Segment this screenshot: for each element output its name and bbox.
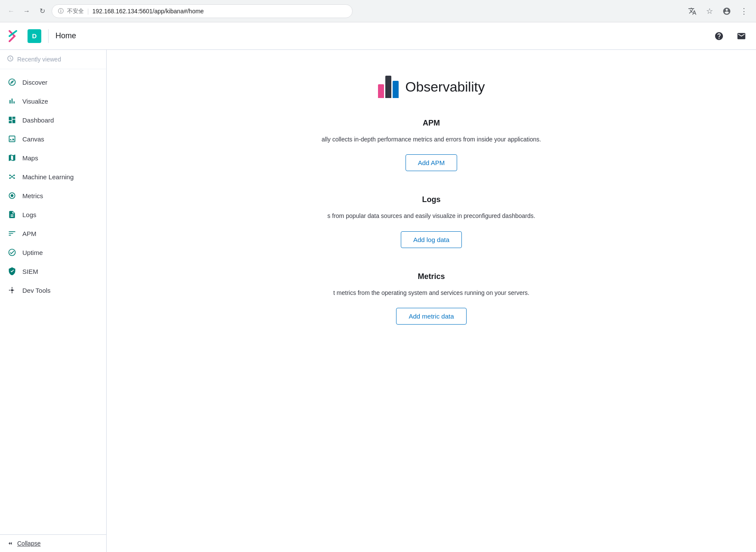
sidebar-item-dev-tools-label: Dev Tools: [22, 287, 51, 294]
obs-header: Observability: [281, 76, 582, 98]
svg-line-5: [11, 175, 12, 177]
collapse-button[interactable]: Collapse: [7, 540, 40, 547]
compass-icon: [7, 77, 17, 87]
metrics-description: t metrics from the operating system and …: [281, 288, 582, 297]
insecure-icon: ⓘ: [58, 7, 64, 15]
metrics-title: Metrics: [281, 272, 582, 281]
obs-bar-1: [378, 84, 384, 98]
topbar: D Home: [0, 22, 756, 50]
profile-button[interactable]: [720, 4, 734, 18]
app-container: D Home Recently viewed: [0, 22, 756, 552]
address-bar[interactable]: ⓘ 不安全 | 192.168.162.134:5601/app/kibana#…: [52, 4, 353, 18]
svg-point-4: [13, 178, 15, 179]
svg-point-1: [9, 175, 10, 176]
svg-point-0: [11, 176, 12, 177]
obs-bars-icon: [378, 76, 399, 98]
kibana-logo: [7, 29, 21, 43]
topbar-divider: [48, 29, 49, 43]
content-area: Observability APM ally collects in-depth…: [107, 50, 756, 552]
sidebar-item-dashboard[interactable]: Dashboard: [0, 110, 106, 129]
apm-card: APM ally collects in-depth performance m…: [281, 119, 582, 171]
logs-description: s from popular data sources and easily v…: [281, 211, 582, 221]
add-apm-button[interactable]: Add APM: [406, 154, 458, 171]
logs-title: Logs: [281, 195, 582, 204]
clock-icon: [7, 55, 14, 64]
sidebar-item-canvas-label: Canvas: [22, 135, 44, 143]
sidebar-item-siem-label: SIEM: [22, 268, 38, 275]
apm-title: APM: [281, 119, 582, 128]
sidebar-item-uptime[interactable]: Uptime: [0, 243, 106, 262]
url-text: 192.168.162.134:5601/app/kibana#/home: [92, 8, 204, 15]
kibana-icon: [7, 29, 21, 43]
user-avatar[interactable]: D: [28, 29, 41, 43]
metrics-btn-wrap: Add metric data: [281, 308, 582, 325]
svg-point-2: [13, 175, 15, 176]
insecure-label: 不安全: [67, 7, 84, 15]
browser-actions: ☆ ⋮: [685, 4, 751, 18]
sidebar: Recently viewed Discover Visualize: [0, 50, 107, 552]
sidebar-item-logs[interactable]: Logs: [0, 205, 106, 224]
sidebar-footer: Collapse: [0, 534, 106, 552]
sidebar-item-apm-label: APM: [22, 230, 37, 237]
apm-btn-wrap: Add APM: [281, 154, 582, 171]
sidebar-item-visualize-label: Visualize: [22, 98, 48, 105]
sidebar-item-uptime-label: Uptime: [22, 249, 43, 256]
translate-button[interactable]: [685, 4, 699, 18]
bookmark-button[interactable]: ☆: [703, 4, 716, 18]
topbar-right: [711, 28, 749, 44]
logs-btn-wrap: Add log data: [281, 231, 582, 248]
sidebar-item-dev-tools[interactable]: Dev Tools: [0, 281, 106, 300]
obs-bar-3: [393, 81, 399, 98]
map-icon: [7, 153, 17, 163]
svg-line-7: [11, 177, 12, 178]
recently-viewed-section: Recently viewed: [0, 50, 106, 69]
obs-logo: [378, 76, 399, 98]
sidebar-item-machine-learning[interactable]: Machine Learning: [0, 167, 106, 186]
canvas-icon: [7, 134, 17, 144]
back-button[interactable]: ←: [5, 5, 17, 17]
sidebar-item-siem[interactable]: SIEM: [0, 262, 106, 281]
menu-button[interactable]: ⋮: [737, 4, 751, 18]
sidebar-item-apm[interactable]: APM: [0, 224, 106, 243]
svg-line-6: [13, 175, 14, 177]
dev-tools-icon: [7, 285, 17, 295]
collapse-label: Collapse: [17, 540, 40, 547]
dashboard-icon: [7, 115, 17, 125]
bar-chart-icon: [7, 96, 17, 106]
sidebar-item-maps-label: Maps: [22, 154, 38, 162]
obs-bar-2: [385, 76, 391, 98]
svg-point-3: [9, 178, 10, 179]
sidebar-item-logs-label: Logs: [22, 211, 37, 218]
add-log-data-button[interactable]: Add log data: [401, 231, 462, 248]
sidebar-item-metrics-label: Metrics: [22, 192, 43, 199]
page-title: Home: [55, 31, 76, 40]
sidebar-item-maps[interactable]: Maps: [0, 148, 106, 167]
metrics-card: Metrics t metrics from the operating sys…: [281, 272, 582, 325]
help-button[interactable]: [711, 28, 727, 44]
metrics-icon: [7, 190, 17, 201]
recently-viewed-label: Recently viewed: [17, 56, 61, 63]
reload-button[interactable]: ↻: [36, 5, 48, 17]
browser-chrome: ← → ↻ ⓘ 不安全 | 192.168.162.134:5601/app/k…: [0, 0, 756, 22]
sidebar-item-canvas[interactable]: Canvas: [0, 129, 106, 148]
observability-section: Observability APM ally collects in-depth…: [281, 76, 582, 325]
ml-icon: [7, 172, 17, 182]
sidebar-item-visualize[interactable]: Visualize: [0, 92, 106, 110]
sidebar-item-discover-label: Discover: [22, 79, 47, 86]
sidebar-item-dashboard-label: Dashboard: [22, 117, 54, 124]
forward-button[interactable]: →: [21, 5, 33, 17]
sidebar-item-discover[interactable]: Discover: [0, 73, 106, 92]
sidebar-item-metrics[interactable]: Metrics: [0, 186, 106, 205]
logs-icon: [7, 209, 17, 220]
obs-title: Observability: [406, 79, 485, 95]
nav-items: Discover Visualize Dashboard: [0, 69, 106, 534]
apm-icon: [7, 228, 17, 239]
sidebar-item-ml-label: Machine Learning: [22, 173, 74, 181]
main-layout: Recently viewed Discover Visualize: [0, 50, 756, 552]
uptime-icon: [7, 247, 17, 258]
mail-button[interactable]: [734, 28, 749, 44]
add-metric-data-button[interactable]: Add metric data: [396, 308, 466, 325]
logs-card: Logs s from popular data sources and eas…: [281, 195, 582, 248]
siem-icon: [7, 266, 17, 276]
svg-line-8: [13, 177, 14, 178]
